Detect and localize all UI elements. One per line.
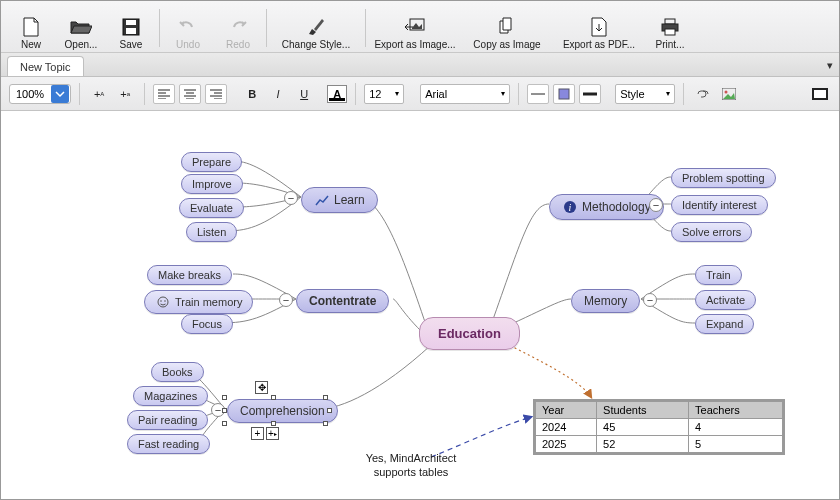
change-style-button[interactable]: Change Style... xyxy=(271,6,361,50)
leaf-focus[interactable]: Focus xyxy=(181,314,233,334)
selection-handle[interactable] xyxy=(271,421,276,426)
node-learn[interactable]: Learn xyxy=(301,187,378,213)
zoom-dropdown-button[interactable] xyxy=(51,85,69,103)
node-comprehension[interactable]: Comprehension xyxy=(227,399,338,423)
save-button[interactable]: Save xyxy=(107,6,155,50)
leaf-improve[interactable]: Improve xyxy=(181,174,243,194)
font-size-select[interactable]: 12 ▾ xyxy=(364,84,404,104)
svg-rect-6 xyxy=(665,29,675,35)
align-left-button[interactable] xyxy=(153,84,175,104)
font-name-select[interactable]: Arial ▾ xyxy=(420,84,510,104)
align-center-button[interactable] xyxy=(179,84,201,104)
node-concentrate[interactable]: Contentrate xyxy=(296,289,389,313)
node-methodology[interactable]: i Methodology xyxy=(549,194,664,220)
increase-font-button[interactable]: +A xyxy=(88,84,110,104)
align-right-button[interactable] xyxy=(205,84,227,104)
align-left-icon xyxy=(158,89,170,99)
selection-handle[interactable] xyxy=(323,421,328,426)
link-button[interactable] xyxy=(692,84,714,104)
node-memory[interactable]: Memory xyxy=(571,289,640,313)
table-row[interactable]: 2025 52 5 xyxy=(536,436,783,453)
mindmap-canvas[interactable]: Education Learn − Prepare Improve Evalua… xyxy=(1,111,839,500)
table-row[interactable]: 2024 45 4 xyxy=(536,419,783,436)
undo-button[interactable]: Undo xyxy=(164,6,212,50)
selection-handle[interactable] xyxy=(327,408,332,413)
align-right-icon xyxy=(210,89,222,99)
selection-handle[interactable] xyxy=(222,395,227,400)
italic-button[interactable]: I xyxy=(267,84,289,104)
print-icon xyxy=(660,18,680,36)
leaf-magazines[interactable]: Magazines xyxy=(133,386,208,406)
fullscreen-icon xyxy=(812,88,828,100)
leaf-train[interactable]: Train xyxy=(695,265,742,285)
leaf-expand[interactable]: Expand xyxy=(695,314,754,334)
add-sibling-button[interactable]: +▸ xyxy=(266,427,279,440)
style-select[interactable]: Style ▾ xyxy=(615,84,675,104)
export-pdf-icon xyxy=(590,17,608,37)
leaf-listen[interactable]: Listen xyxy=(186,222,237,242)
selection-handle[interactable] xyxy=(323,395,328,400)
leaf-train-memory-label: Train memory xyxy=(175,296,242,308)
fullscreen-button[interactable] xyxy=(809,84,831,104)
collapse-memory[interactable]: − xyxy=(643,293,657,307)
add-child-button[interactable]: + xyxy=(251,427,264,440)
font-size-value: 12 xyxy=(369,88,381,100)
bold-button[interactable]: B xyxy=(241,84,263,104)
collapse-methodology[interactable]: − xyxy=(649,198,663,212)
leaf-problem-spotting[interactable]: Problem spotting xyxy=(671,168,776,188)
leaf-train-memory[interactable]: Train memory xyxy=(144,290,253,314)
table-header: Teachers xyxy=(689,402,783,419)
image-icon xyxy=(722,88,736,100)
font-color-button[interactable]: A xyxy=(327,85,347,103)
selection-handle[interactable] xyxy=(271,395,276,400)
chevron-down-icon: ▾ xyxy=(666,89,670,98)
leaf-activate[interactable]: Activate xyxy=(695,290,756,310)
decrease-font-button[interactable]: +a xyxy=(114,84,136,104)
new-label: New xyxy=(21,40,41,50)
zoom-value: 100% xyxy=(10,88,50,100)
svg-point-15 xyxy=(160,300,162,302)
format-toolbar: 100% +A +a B I U A 12 ▾ Arial ▾ Style ▾ xyxy=(1,77,839,111)
underline-button[interactable]: U xyxy=(293,84,315,104)
leaf-identify-interest[interactable]: Identify interest xyxy=(671,195,768,215)
smile-icon xyxy=(155,294,171,310)
open-button[interactable]: Open... xyxy=(57,6,105,50)
redo-button[interactable]: Redo xyxy=(214,6,262,50)
leaf-evaluate[interactable]: Evaluate xyxy=(179,198,244,218)
svg-point-11 xyxy=(725,90,728,93)
line-thin-button[interactable] xyxy=(527,84,549,104)
leaf-prepare[interactable]: Prepare xyxy=(181,152,242,172)
align-center-icon xyxy=(184,89,196,99)
export-pdf-label: Export as PDF... xyxy=(563,40,635,50)
line-thick-button[interactable] xyxy=(579,84,601,104)
selection-handle[interactable] xyxy=(222,421,227,426)
leaf-books[interactable]: Books xyxy=(151,362,204,382)
collapse-concentrate[interactable]: − xyxy=(279,293,293,307)
export-image-button[interactable]: Export as Image... xyxy=(370,6,460,50)
copy-image-button[interactable]: Copy as Image xyxy=(462,6,552,50)
folder-open-icon xyxy=(70,19,92,35)
save-label: Save xyxy=(120,40,143,50)
leaf-pair-reading[interactable]: Pair reading xyxy=(127,410,208,430)
embedded-table[interactable]: Year Students Teachers 2024 45 4 2025 52… xyxy=(533,399,785,455)
print-button[interactable]: Print... xyxy=(646,6,694,50)
collapse-learn[interactable]: − xyxy=(284,191,298,205)
zoom-control[interactable]: 100% xyxy=(9,84,71,104)
file-new-icon xyxy=(22,17,40,37)
export-pdf-button[interactable]: Export as PDF... xyxy=(554,6,644,50)
node-center[interactable]: Education xyxy=(419,317,520,350)
leaf-make-breaks[interactable]: Make breaks xyxy=(147,265,232,285)
chevron-down-icon xyxy=(55,89,65,99)
undo-label: Undo xyxy=(176,40,200,50)
drag-handle-icon[interactable]: ✥ xyxy=(255,381,268,394)
tab-new-topic[interactable]: New Topic xyxy=(7,56,84,76)
selection-handle[interactable] xyxy=(222,408,227,413)
image-button[interactable] xyxy=(718,84,740,104)
leaf-fast-reading[interactable]: Fast reading xyxy=(127,434,210,454)
new-button[interactable]: New xyxy=(7,6,55,50)
floppy-icon xyxy=(122,18,140,36)
line-style-button[interactable] xyxy=(553,84,575,104)
leaf-solve-errors[interactable]: Solve errors xyxy=(671,222,752,242)
export-image-icon xyxy=(404,18,426,36)
tab-overflow-button[interactable]: ▾ xyxy=(827,59,833,72)
